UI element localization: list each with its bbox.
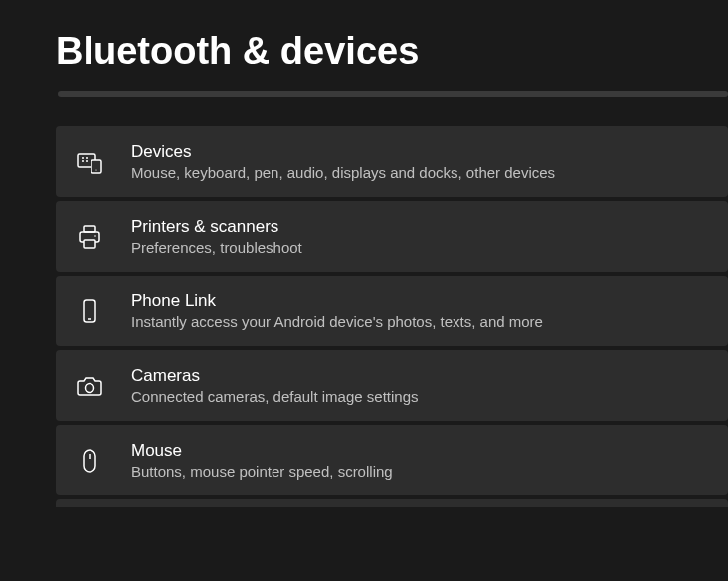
- item-title: Printers & scanners: [131, 217, 302, 237]
- item-text: Devices Mouse, keyboard, pen, audio, dis…: [131, 142, 555, 181]
- settings-item-printers[interactable]: Printers & scanners Preferences, trouble…: [56, 201, 728, 272]
- item-text: Phone Link Instantly access your Android…: [131, 291, 543, 330]
- item-title: Devices: [131, 142, 555, 162]
- settings-item-cameras[interactable]: Cameras Connected cameras, default image…: [56, 350, 728, 421]
- item-text: Printers & scanners Preferences, trouble…: [131, 217, 302, 256]
- settings-item-phone-link[interactable]: Phone Link Instantly access your Android…: [56, 276, 728, 346]
- svg-rect-1: [91, 160, 101, 173]
- item-subtitle: Buttons, mouse pointer speed, scrolling: [131, 463, 393, 480]
- settings-list: Devices Mouse, keyboard, pen, audio, dis…: [56, 126, 728, 507]
- page-title: Bluetooth & devices: [56, 0, 728, 91]
- devices-icon: [76, 148, 103, 176]
- item-subtitle: Preferences, troubleshoot: [131, 239, 302, 256]
- svg-rect-14: [84, 450, 95, 472]
- item-title: Mouse: [131, 441, 393, 461]
- svg-rect-9: [84, 240, 95, 248]
- item-text: Mouse Buttons, mouse pointer speed, scro…: [131, 441, 393, 480]
- printer-icon: [76, 223, 103, 251]
- mouse-icon: [76, 447, 103, 475]
- settings-item-mouse[interactable]: Mouse Buttons, mouse pointer speed, scro…: [56, 425, 728, 495]
- svg-point-10: [94, 235, 96, 237]
- camera-icon: [76, 372, 103, 400]
- item-subtitle: Connected cameras, default image setting…: [131, 388, 419, 405]
- item-subtitle: Mouse, keyboard, pen, audio, displays an…: [131, 164, 555, 181]
- item-subtitle: Instantly access your Android device's p…: [131, 313, 543, 330]
- item-text: Cameras Connected cameras, default image…: [131, 366, 419, 405]
- svg-point-2: [95, 169, 96, 170]
- svg-point-13: [86, 383, 94, 392]
- phone-icon: [76, 297, 103, 325]
- settings-item-partial[interactable]: [56, 499, 728, 507]
- settings-item-devices[interactable]: Devices Mouse, keyboard, pen, audio, dis…: [56, 126, 728, 197]
- svg-rect-7: [84, 226, 95, 232]
- item-title: Phone Link: [131, 291, 543, 311]
- item-title: Cameras: [131, 366, 419, 386]
- section-divider: [58, 91, 728, 97]
